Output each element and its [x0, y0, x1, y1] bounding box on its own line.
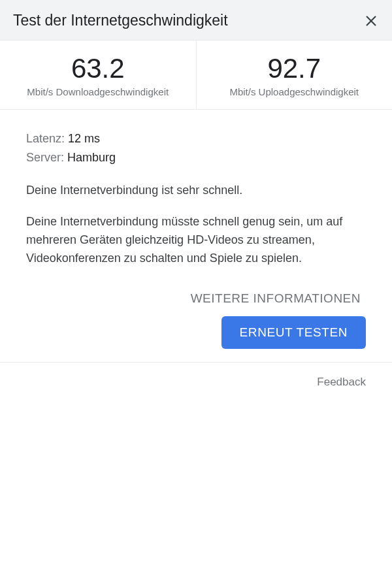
latency-value: 12 ms: [68, 132, 100, 145]
server-value: Hamburg: [67, 151, 116, 164]
download-speed-label: Mbit/s Downloadgeschwindigkeit: [7, 86, 189, 97]
upload-speed-label: Mbit/s Uploadgeschwindigkeit: [203, 86, 386, 97]
feedback-link[interactable]: Feedback: [317, 376, 366, 389]
dialog-title: Test der Internetgeschwindigkeit: [13, 12, 228, 29]
description-text: Deine Internetverbindung müsste schnell …: [26, 213, 366, 268]
download-speed-value: 63.2: [7, 54, 189, 84]
latency-line: Latenz: 12 ms: [26, 129, 366, 148]
latency-key: Latenz:: [26, 132, 65, 145]
upload-speed-panel: 92.7 Mbit/s Uploadgeschwindigkeit: [197, 41, 393, 109]
upload-speed-value: 92.7: [203, 54, 386, 84]
server-line: Server: Hamburg: [26, 148, 366, 167]
close-icon[interactable]: [363, 13, 379, 29]
summary-text: Deine Internetverbindung ist sehr schnel…: [26, 182, 366, 199]
more-info-button[interactable]: WEITERE INFORMATIONEN: [186, 289, 366, 308]
server-key: Server:: [26, 151, 64, 164]
retest-button[interactable]: ERNEUT TESTEN: [221, 316, 366, 349]
download-speed-panel: 63.2 Mbit/s Downloadgeschwindigkeit: [0, 41, 197, 109]
